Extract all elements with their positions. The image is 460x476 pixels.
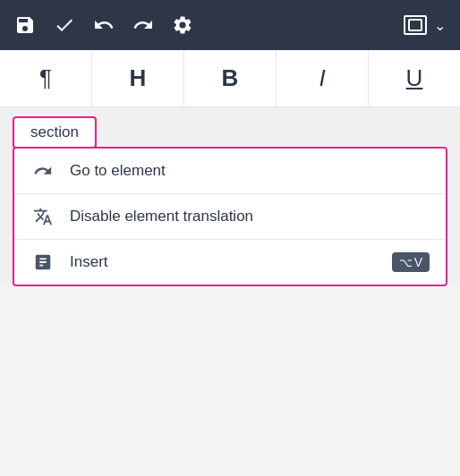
go-to-element-icon — [30, 161, 55, 181]
context-area: section Go to element Disable element tr… — [0, 107, 460, 286]
insert-item[interactable]: Insert ⌥ V — [14, 240, 446, 285]
save-icon[interactable] — [14, 14, 36, 36]
italic-button[interactable]: I — [277, 50, 369, 106]
go-to-element-label: Go to element — [70, 162, 430, 180]
chevron-down-icon: ⌄ — [434, 17, 446, 34]
redo-icon[interactable] — [132, 14, 154, 36]
go-to-element-item[interactable]: Go to element — [14, 149, 446, 194]
frame-icon — [404, 15, 427, 35]
frame-selector[interactable]: ⌄ — [404, 15, 446, 35]
disable-translation-label: Disable element translation — [70, 208, 430, 225]
insert-label: Insert — [70, 253, 378, 271]
format-bar: ¶ H B I U — [0, 50, 460, 107]
settings-icon[interactable] — [172, 14, 193, 36]
disable-translation-item[interactable]: Disable element translation — [14, 194, 446, 240]
pilcrow-button[interactable]: ¶ — [0, 50, 92, 106]
bold-button[interactable]: B — [184, 50, 277, 106]
translate-icon — [30, 207, 55, 226]
svg-rect-0 — [409, 20, 422, 30]
insert-shortcut: ⌥ V — [392, 252, 430, 272]
toolbar: ⌄ — [0, 0, 460, 50]
section-tag[interactable]: section — [13, 116, 97, 149]
heading-button[interactable]: H — [92, 50, 184, 106]
insert-icon — [30, 252, 55, 272]
undo-icon[interactable] — [93, 14, 115, 36]
check-icon[interactable] — [54, 14, 75, 36]
underline-button[interactable]: U — [369, 50, 460, 106]
dropdown-menu: Go to element Disable element translatio… — [13, 147, 447, 286]
